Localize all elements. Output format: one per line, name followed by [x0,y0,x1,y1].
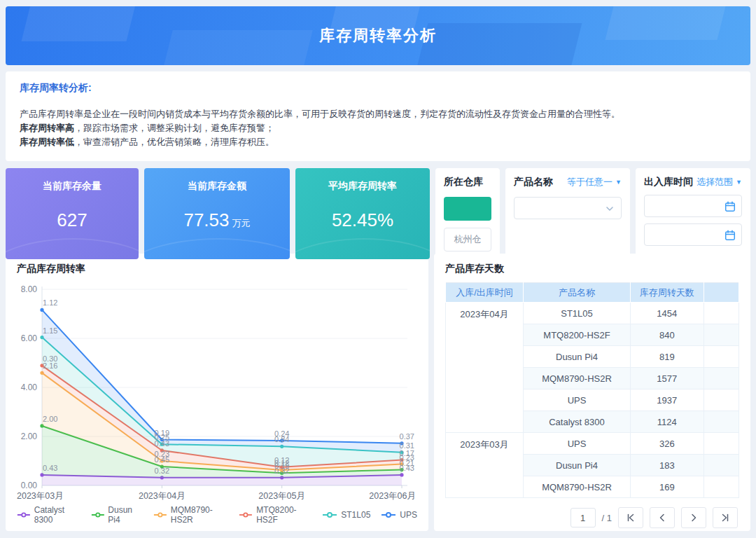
date-input-end-wrap [644,223,742,246]
svg-text:1.12: 1.12 [43,298,57,307]
product-cell: UPS [524,389,631,411]
turnover-stacked-area-chart: 8.006.004.002.000.002023年03月2023年04月2023… [17,275,417,504]
product-cell: Dusun Pi4 [524,455,631,476]
legend-item-mtq8200-hs2f[interactable]: MTQ8200-HS2F [239,505,312,525]
time-filter-label: 出入库时间 [644,176,693,188]
legend-label: Dusun Pi4 [108,505,143,525]
main-row: 产品库存周转率 8.006.004.002.000.002023年03月2023… [6,254,750,531]
empty-cell [704,324,738,346]
banner-decoration [415,23,582,65]
svg-text:0.37: 0.37 [400,432,414,441]
svg-text:4.00: 4.00 [21,382,38,392]
legend-line-dot-icon [322,511,337,518]
days-cell: 1937 [630,389,704,411]
legend-label: MQM8790-HS2R [171,505,229,525]
first-page-button[interactable] [618,507,643,528]
svg-text:0.19: 0.19 [155,429,169,437]
product-operator-link[interactable]: 等于任意一▼ [567,176,622,188]
empty-cell [704,411,738,433]
svg-text:0.43: 0.43 [43,464,57,472]
col-header-empty [704,283,738,303]
empty-cell [704,368,738,389]
prev-page-icon [657,512,668,523]
empty-cell [704,433,738,455]
analysis-note-line1: 产品库存周转率是企业在一段时间内销货成本与平均存货余额的比率，可用于反映存货的周… [20,107,736,121]
next-page-button[interactable] [681,507,706,528]
legend-label: ST1L05 [341,510,370,520]
analysis-note-line3-bold: 库存周转率低 [20,137,74,147]
legend-item-ups[interactable]: UPS [381,510,417,520]
chevron-down-icon [604,203,615,214]
product-select[interactable] [514,197,622,219]
pagination: / 1 [445,507,739,528]
analysis-note-line2-rest: ，跟踪市场需求，调整采购计划，避免库存预警； [74,123,274,133]
days-cell: 1124 [630,411,704,433]
analysis-note-line3-rest: ，审查滞销产品，优化营销策略，清理库存积压。 [74,137,274,147]
empty-cell [704,303,738,324]
product-cell: MTQ8200-HS2F [524,324,631,346]
empty-cell [704,455,738,476]
product-name-filter-panel: 产品名称 等于任意一▼ [505,168,630,259]
page-input[interactable] [570,508,596,527]
warehouse-filter-label: 所在仓库 [444,176,491,188]
warehouse-selected-button[interactable] [444,197,491,221]
turnover-chart-panel: 产品库存周转率 8.006.004.002.000.002023年03月2023… [6,254,428,531]
svg-text:0.23: 0.23 [155,450,169,458]
svg-text:1.15: 1.15 [43,326,57,335]
warehouse-option-hangzhou[interactable]: 杭州仓 [444,228,491,251]
legend-line-dot-icon [381,511,396,518]
kpi-label: 平均库存周转率 [295,180,430,193]
kpi-card-inventory-balance: 当前库存余量 627 [6,168,139,259]
legend-line-dot-icon [239,511,253,518]
banner-decoration [22,6,137,41]
days-cell: 326 [630,433,704,455]
legend-label: UPS [400,510,417,520]
product-cell: MQM8790-HS2R [524,476,631,498]
svg-text:2023年03月: 2023年03月 [17,491,64,501]
warehouse-filter-panel: 所在仓库 杭州仓 [435,168,500,259]
kpi-label: 当前库存金额 [144,180,290,193]
legend-label: Catalyst 8300 [34,505,80,525]
analysis-note-heading: 库存周率转分析: [20,82,736,95]
kpi-label: 当前库存余量 [6,180,139,193]
empty-cell [704,346,738,368]
analysis-note-line2: 库存周转率高，跟踪市场需求，调整采购计划，避免库存预警； [20,121,736,135]
kpi-value: 77.53万元 [144,209,290,231]
next-page-icon [688,512,699,523]
legend-item-mqm8790-hs2r[interactable]: MQM8790-HS2R [153,505,228,525]
svg-text:2.00: 2.00 [43,415,57,423]
svg-text:8.00: 8.00 [21,284,38,294]
caret-down-icon: ▼ [736,179,742,186]
svg-text:0.12: 0.12 [274,456,289,464]
svg-text:0.30: 0.30 [43,354,57,363]
time-operator-link[interactable]: 选择范围▼ [696,176,742,188]
product-filter-label: 产品名称 [514,176,553,188]
kpi-filter-row: 当前库存余量 627 当前库存金额 77.53万元 平均库存周转率 52.45%… [6,168,750,247]
prev-page-button[interactable] [650,507,675,528]
analysis-note-panel: 库存周率转分析: 产品库存周转率是企业在一段时间内销货成本与平均存货余额的比率，… [6,71,750,161]
time-filter-panel: 出入库时间 选择范围▼ [636,168,750,259]
svg-text:2.16: 2.16 [43,361,57,370]
empty-cell [704,476,738,498]
legend-line-dot-icon [17,511,31,518]
svg-text:2023年04月: 2023年04月 [139,491,186,501]
page-total: / 1 [602,513,612,523]
legend-item-dusun-pi4[interactable]: Dusun Pi4 [91,505,143,525]
days-cell: 183 [630,455,704,476]
days-cell: 1454 [630,303,704,324]
banner-decoration [606,6,728,40]
days-cell: 840 [630,324,704,346]
svg-text:0.31: 0.31 [400,441,414,450]
calendar-icon[interactable] [724,201,736,212]
col-header-time: 入库/出库时间 [446,283,524,303]
calendar-icon[interactable] [724,230,736,241]
month-cell: 2023年04月 [446,303,524,433]
kpi-value: 627 [6,209,139,231]
last-page-button[interactable] [713,507,738,528]
legend-item-st1l05[interactable]: ST1L05 [322,510,370,520]
legend-line-dot-icon [91,511,105,518]
svg-text:6.00: 6.00 [21,333,38,343]
legend-item-catalyst-8300[interactable]: Catalyst 8300 [17,505,80,525]
svg-text:2023年05月: 2023年05月 [258,491,305,501]
svg-text:2.00: 2.00 [21,432,38,441]
